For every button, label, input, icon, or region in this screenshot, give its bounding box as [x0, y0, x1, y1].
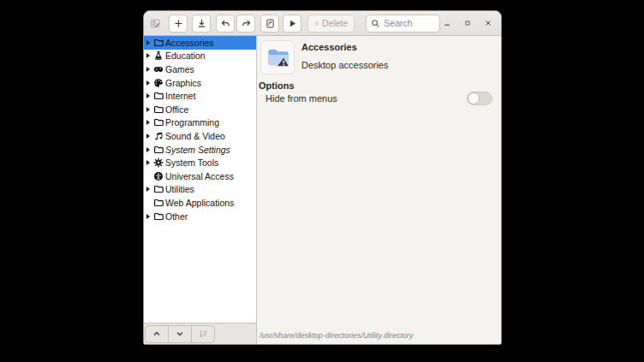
- sidebar-item-graphics[interactable]: Graphics: [144, 76, 256, 90]
- sidebar-item-label: System Tools: [165, 157, 218, 168]
- window-controls: [440, 17, 497, 30]
- category-icon-button[interactable]: [260, 40, 295, 74]
- sidebar-item-label: Accessories: [165, 38, 214, 48]
- folder-icon: [153, 211, 164, 222]
- sidebar-item-web-applications[interactable]: Web Applications: [144, 196, 256, 210]
- save-icon: [196, 18, 207, 29]
- add-button[interactable]: [169, 15, 188, 33]
- palette-icon: [153, 78, 164, 88]
- expander-icon[interactable]: [146, 134, 153, 139]
- sidebar-item-other[interactable]: Other: [144, 210, 256, 223]
- expander-icon[interactable]: [146, 53, 153, 58]
- undo-icon: [220, 18, 231, 29]
- gear-icon: [153, 157, 164, 168]
- sidebar-item-label: System Settings: [165, 145, 230, 155]
- run-icon: [287, 18, 298, 29]
- move-up-button[interactable]: [145, 325, 169, 343]
- menu-editor-window: Delete AccessoriesEducationGamesGraphics…: [143, 10, 502, 345]
- search-box[interactable]: [366, 15, 440, 33]
- hide-from-menus-label: Hide from menus: [265, 93, 337, 104]
- category-title: Accessories: [301, 42, 357, 52]
- sidebar-item-internet[interactable]: Internet: [144, 89, 256, 103]
- sidebar-item-label: Utilities: [165, 184, 194, 194]
- delete-button-label: Delete: [322, 18, 348, 28]
- main-area: AccessoriesEducationGamesGraphicsInterne…: [144, 36, 501, 344]
- flask-icon: [153, 50, 164, 61]
- close-button[interactable]: [481, 17, 494, 30]
- minimize-button[interactable]: [440, 17, 453, 30]
- category-sidebar: AccessoriesEducationGamesGraphicsInterne…: [144, 36, 257, 344]
- sidebar-footer-toolbar: [144, 323, 256, 344]
- search-input[interactable]: [384, 18, 435, 28]
- sidebar-item-label: Sound & Video: [165, 131, 225, 141]
- sidebar-item-programming[interactable]: Programming: [144, 116, 256, 130]
- sidebar-item-utilities[interactable]: Utilities: [144, 183, 256, 197]
- expander-icon[interactable]: [146, 67, 153, 72]
- search-icon: [371, 19, 380, 28]
- sidebar-item-label: Programming: [165, 117, 219, 128]
- folder-icon: [153, 145, 164, 155]
- sidebar-item-office[interactable]: Office: [144, 103, 256, 116]
- redo-icon: [241, 18, 252, 29]
- delete-button[interactable]: Delete: [307, 15, 355, 33]
- restore-button[interactable]: [260, 15, 279, 33]
- details-pane: Accessories Desktop accessories Options …: [257, 36, 501, 344]
- expander-icon[interactable]: [146, 107, 153, 112]
- sidebar-item-universal-access[interactable]: Universal Access: [144, 169, 256, 183]
- sidebar-item-accessories[interactable]: Accessories: [144, 36, 256, 50]
- toggle-knob: [468, 92, 480, 104]
- maximize-icon: [464, 20, 471, 27]
- run-button[interactable]: [283, 15, 301, 33]
- sidebar-list: AccessoriesEducationGamesGraphicsInterne…: [144, 36, 256, 323]
- options-heading: Options: [259, 80, 295, 91]
- folder-icon: [153, 198, 164, 208]
- sidebar-item-label: Education: [165, 50, 206, 61]
- app-icon: [151, 18, 160, 29]
- headerbar[interactable]: Delete: [144, 11, 501, 36]
- sidebar-item-label: Graphics: [165, 78, 201, 88]
- expander-icon[interactable]: [146, 160, 153, 165]
- expander-icon[interactable]: [146, 147, 153, 152]
- expander-icon[interactable]: [146, 40, 153, 45]
- sidebar-item-sound-video[interactable]: Sound & Video: [144, 129, 256, 143]
- chevron-down-icon: [175, 329, 185, 339]
- sidebar-item-label: Office: [165, 104, 188, 115]
- gamepad-icon: [153, 64, 164, 74]
- hide-from-menus-toggle[interactable]: [467, 92, 492, 105]
- minimize-icon: [443, 19, 451, 27]
- undo-button[interactable]: [216, 15, 235, 33]
- maximize-button[interactable]: [461, 17, 474, 30]
- sort-button[interactable]: [191, 325, 215, 343]
- expander-icon[interactable]: [146, 80, 153, 86]
- expander-icon[interactable]: [146, 120, 153, 125]
- delete-icon: [314, 18, 319, 29]
- accessibility-icon: [153, 171, 164, 181]
- expander-icon[interactable]: [146, 214, 153, 219]
- sidebar-item-education[interactable]: Education: [144, 50, 256, 63]
- status-file-path: /usr/share/desktop-directories/Utility.d…: [259, 331, 413, 340]
- move-down-button[interactable]: [168, 325, 192, 343]
- redo-button[interactable]: [236, 15, 255, 33]
- close-icon: [484, 19, 492, 27]
- sidebar-item-system-settings[interactable]: System Settings: [144, 143, 256, 157]
- chevron-up-icon: [152, 329, 162, 339]
- add-icon: [173, 18, 184, 29]
- expander-icon[interactable]: [146, 187, 153, 192]
- folder-icon: [153, 91, 164, 101]
- save-button[interactable]: [192, 15, 211, 33]
- restore-icon: [265, 18, 276, 29]
- folder-warning-icon: [263, 43, 292, 72]
- category-subtitle: Desktop accessories: [301, 60, 389, 70]
- folder-icon: [153, 184, 164, 194]
- sidebar-item-system-tools[interactable]: System Tools: [144, 156, 256, 169]
- folder-icon: [153, 117, 164, 128]
- sidebar-item-label: Games: [165, 64, 194, 74]
- sidebar-item-games[interactable]: Games: [144, 62, 256, 76]
- music-icon: [153, 131, 164, 141]
- sort-icon: [198, 329, 208, 339]
- sidebar-item-label: Internet: [165, 91, 196, 101]
- folder-icon: [153, 104, 164, 115]
- sidebar-item-label: Web Applications: [165, 198, 234, 208]
- sidebar-item-label: Universal Access: [165, 171, 234, 181]
- expander-icon[interactable]: [146, 93, 153, 98]
